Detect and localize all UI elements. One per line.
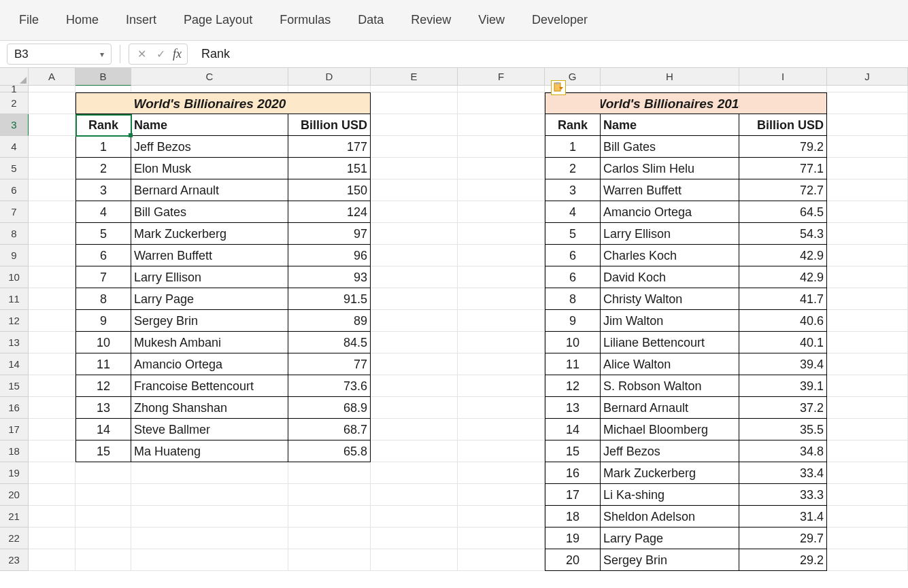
cell[interactable] xyxy=(371,310,458,332)
table-2020-rank[interactable]: 11 xyxy=(75,353,131,375)
cell[interactable] xyxy=(131,86,288,92)
paste-options-icon[interactable] xyxy=(551,80,566,95)
table-2015-value[interactable]: 29.7 xyxy=(739,528,827,549)
table-2015-rank[interactable]: 14 xyxy=(545,419,601,440)
table-2015-value[interactable]: 39.1 xyxy=(739,375,827,397)
cell[interactable] xyxy=(371,92,458,114)
cell[interactable] xyxy=(371,440,458,462)
table-2015-name[interactable]: Mark Zuckerberg xyxy=(601,462,739,484)
cell[interactable] xyxy=(458,484,545,506)
row-header-17[interactable]: 17 xyxy=(0,419,29,440)
cell[interactable] xyxy=(458,462,545,484)
col-header-F[interactable]: F xyxy=(458,68,545,86)
cell[interactable] xyxy=(29,86,75,92)
cell[interactable] xyxy=(371,86,458,92)
cell[interactable] xyxy=(458,86,545,92)
table-2020-name[interactable]: Warren Buffett xyxy=(131,245,288,266)
cell[interactable] xyxy=(131,462,288,484)
col-header-B[interactable]: B xyxy=(75,68,131,86)
table-2020-name[interactable]: Zhong Shanshan xyxy=(131,397,288,419)
cell[interactable] xyxy=(827,549,908,571)
cell[interactable] xyxy=(29,484,75,506)
table-2020-rank[interactable]: 2 xyxy=(75,158,131,179)
cell[interactable] xyxy=(827,92,908,114)
table-2015-value[interactable]: 40.6 xyxy=(739,310,827,332)
cell[interactable] xyxy=(739,92,827,114)
cell[interactable] xyxy=(827,288,908,310)
cell[interactable] xyxy=(131,506,288,528)
worksheet-grid[interactable]: A B C D E F G H I J 12World's Billionair… xyxy=(0,68,908,588)
cell[interactable] xyxy=(131,484,288,506)
cell[interactable] xyxy=(827,86,908,92)
table-2015-value[interactable]: 34.8 xyxy=(739,440,827,462)
table-2015-rank[interactable]: 6 xyxy=(545,245,601,266)
enter-icon[interactable]: ✓ xyxy=(154,48,167,60)
table-2020-value[interactable]: 150 xyxy=(288,179,371,201)
cell[interactable] xyxy=(371,136,458,158)
cell[interactable] xyxy=(371,528,458,549)
row-header-15[interactable]: 15 xyxy=(0,375,29,397)
table-2015-name[interactable]: David Koch xyxy=(601,266,739,288)
table-2020-rank[interactable]: 12 xyxy=(75,375,131,397)
row-header-18[interactable]: 18 xyxy=(0,440,29,462)
table-2020-rank[interactable]: 14 xyxy=(75,419,131,440)
table-2015-rank[interactable]: 12 xyxy=(545,375,601,397)
cell[interactable] xyxy=(371,179,458,201)
table-2015-rank[interactable]: 3 xyxy=(545,179,601,201)
table-2015-value[interactable]: 33.3 xyxy=(739,484,827,506)
table-2015-value[interactable]: 31.4 xyxy=(739,506,827,528)
col-header-A[interactable]: A xyxy=(29,68,75,86)
table-2015-name[interactable]: Liliane Bettencourt xyxy=(601,332,739,353)
cell[interactable] xyxy=(371,375,458,397)
cell[interactable] xyxy=(29,266,75,288)
table-2020-value[interactable]: 77 xyxy=(288,353,371,375)
table-2020-value[interactable]: 97 xyxy=(288,223,371,245)
table-2020-name[interactable]: Bernard Arnault xyxy=(131,179,288,201)
cell[interactable] xyxy=(29,353,75,375)
cell[interactable] xyxy=(29,201,75,223)
cell[interactable] xyxy=(371,506,458,528)
table-2020-value[interactable]: 68.7 xyxy=(288,419,371,440)
table-2015-rank[interactable]: 16 xyxy=(545,462,601,484)
cancel-icon[interactable]: ✕ xyxy=(135,48,148,60)
col-header-C[interactable]: C xyxy=(131,68,288,86)
cell[interactable] xyxy=(827,245,908,266)
cell[interactable] xyxy=(288,528,371,549)
table-2020-header-name[interactable]: Name xyxy=(131,114,288,136)
cell[interactable] xyxy=(458,310,545,332)
table-2020-name[interactable]: Sergey Brin xyxy=(131,310,288,332)
cell[interactable] xyxy=(29,397,75,419)
table-2015-value[interactable]: 29.2 xyxy=(739,549,827,571)
table-2020-rank[interactable]: 6 xyxy=(75,245,131,266)
cell[interactable] xyxy=(75,92,131,114)
table-2015-rank[interactable]: 2 xyxy=(545,158,601,179)
cell[interactable] xyxy=(827,310,908,332)
col-header-J[interactable]: J xyxy=(827,68,908,86)
row-header-22[interactable]: 22 xyxy=(0,528,29,549)
table-2020-name[interactable]: Larry Ellison xyxy=(131,266,288,288)
table-2015-rank[interactable]: 20 xyxy=(545,549,601,571)
cell[interactable] xyxy=(458,397,545,419)
row-header-3[interactable]: 3 xyxy=(0,114,29,136)
cell[interactable] xyxy=(29,549,75,571)
table-2015-rank[interactable]: 9 xyxy=(545,310,601,332)
cell[interactable] xyxy=(29,332,75,353)
tab-insert[interactable]: Insert xyxy=(126,13,156,27)
table-2020-value[interactable]: 73.6 xyxy=(288,375,371,397)
col-header-D[interactable]: D xyxy=(288,68,371,86)
table-2015-name[interactable]: Jim Walton xyxy=(601,310,739,332)
table-2015-value[interactable]: 41.7 xyxy=(739,288,827,310)
cell[interactable] xyxy=(29,245,75,266)
cell[interactable] xyxy=(827,397,908,419)
table-2015-rank[interactable]: 13 xyxy=(545,397,601,419)
cell[interactable] xyxy=(29,419,75,440)
fx-icon[interactable]: fx xyxy=(173,47,182,61)
table-2020-name[interactable]: Mukesh Ambani xyxy=(131,332,288,353)
table-2015-value[interactable]: 39.4 xyxy=(739,353,827,375)
cell[interactable] xyxy=(29,506,75,528)
cell[interactable] xyxy=(371,288,458,310)
cell[interactable] xyxy=(827,223,908,245)
tab-view[interactable]: View xyxy=(478,13,505,27)
cell[interactable] xyxy=(29,158,75,179)
row-header-4[interactable]: 4 xyxy=(0,136,29,158)
